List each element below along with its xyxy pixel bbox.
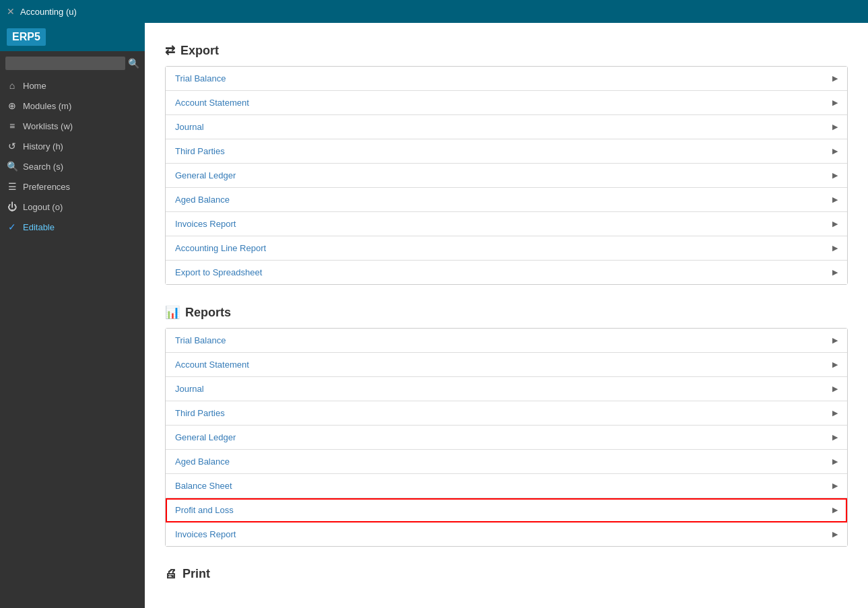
export-row-arrow-0: ▶ bbox=[832, 74, 838, 83]
sidebar-label-editable: Editable bbox=[23, 222, 55, 232]
editable-icon: ✓ bbox=[7, 222, 18, 232]
reports-row-label-0: Trial Balance bbox=[175, 335, 226, 345]
main-layout: ERP5 🔍 ⌂ Home⊕ Modules (m)≡ Worklists (w… bbox=[0, 23, 868, 608]
print-section-heading: 🖨 Print bbox=[165, 567, 848, 581]
search-input[interactable] bbox=[5, 57, 125, 70]
export-row-arrow-8: ▶ bbox=[832, 268, 838, 277]
export-row-arrow-1: ▶ bbox=[832, 98, 838, 107]
logo: ERP5 bbox=[7, 28, 46, 46]
reports-row-8[interactable]: Invoices Report ▶ bbox=[166, 522, 847, 546]
reports-row-2[interactable]: Journal ▶ bbox=[166, 377, 847, 401]
export-row-6[interactable]: Invoices Report ▶ bbox=[166, 212, 847, 236]
reports-row-1[interactable]: Account Statement ▶ bbox=[166, 353, 847, 377]
export-row-arrow-4: ▶ bbox=[832, 171, 838, 180]
sidebar-item-search[interactable]: 🔍 Search (s) bbox=[0, 156, 145, 176]
export-row-4[interactable]: General Ledger ▶ bbox=[166, 164, 847, 188]
reports-row-label-4: General Ledger bbox=[175, 432, 236, 442]
reports-section-heading: 📊 Reports bbox=[165, 305, 848, 320]
sidebar-label-home: Home bbox=[23, 81, 46, 91]
export-row-label-2: Journal bbox=[175, 122, 204, 132]
sidebar-item-home[interactable]: ⌂ Home bbox=[0, 75, 145, 96]
reports-row-arrow-5: ▶ bbox=[832, 457, 838, 466]
reports-row-label-1: Account Statement bbox=[175, 360, 249, 370]
close-tab-button[interactable]: ✕ bbox=[7, 6, 15, 17]
tab-title: Accounting (u) bbox=[20, 7, 77, 17]
export-row-label-5: Aged Balance bbox=[175, 195, 230, 205]
worklists-icon: ≡ bbox=[7, 121, 18, 131]
search-area: 🔍 bbox=[0, 51, 145, 75]
export-icon: ⇄ bbox=[165, 43, 175, 58]
reports-row-label-3: Third Parties bbox=[175, 408, 225, 418]
export-row-label-7: Accounting Line Report bbox=[175, 243, 266, 253]
reports-row-arrow-3: ▶ bbox=[832, 409, 838, 417]
reports-row-arrow-7: ▶ bbox=[832, 506, 838, 514]
export-menu-list: Trial Balance ▶Account Statement ▶Journa… bbox=[165, 66, 848, 285]
reports-row-5[interactable]: Aged Balance ▶ bbox=[166, 450, 847, 474]
reports-row-4[interactable]: General Ledger ▶ bbox=[166, 426, 847, 450]
top-bar: ✕ Accounting (u) bbox=[0, 0, 868, 23]
export-row-arrow-2: ▶ bbox=[832, 123, 838, 131]
logout-icon: ⏻ bbox=[7, 201, 18, 212]
reports-menu-list: Trial Balance ▶Account Statement ▶Journa… bbox=[165, 328, 848, 547]
export-row-arrow-3: ▶ bbox=[832, 147, 838, 156]
history-icon: ↺ bbox=[7, 141, 18, 151]
modules-icon: ⊕ bbox=[7, 100, 18, 111]
reports-row-6[interactable]: Balance Sheet ▶ bbox=[166, 474, 847, 498]
reports-title: Reports bbox=[185, 306, 231, 320]
reports-row-label-6: Balance Sheet bbox=[175, 481, 232, 491]
reports-row-arrow-8: ▶ bbox=[832, 530, 838, 539]
reports-row-arrow-6: ▶ bbox=[832, 481, 838, 490]
export-section-heading: ⇄ Export bbox=[165, 43, 848, 58]
sidebar-item-modules[interactable]: ⊕ Modules (m) bbox=[0, 96, 145, 116]
export-row-label-0: Trial Balance bbox=[175, 73, 226, 83]
reports-row-arrow-4: ▶ bbox=[832, 433, 838, 442]
reports-row-7[interactable]: Profit and Loss ▶ bbox=[166, 498, 847, 522]
print-icon: 🖨 bbox=[165, 567, 177, 581]
sidebar-label-logout: Logout (o) bbox=[23, 202, 63, 212]
preferences-icon: ☰ bbox=[7, 181, 18, 192]
reports-icon: 📊 bbox=[165, 305, 180, 320]
sidebar-label-search: Search (s) bbox=[23, 162, 63, 172]
reports-row-3[interactable]: Third Parties ▶ bbox=[166, 401, 847, 426]
export-row-1[interactable]: Account Statement ▶ bbox=[166, 91, 847, 115]
sidebar-item-history[interactable]: ↺ History (h) bbox=[0, 136, 145, 156]
reports-row-label-7: Profit and Loss bbox=[175, 505, 234, 515]
export-row-arrow-6: ▶ bbox=[832, 219, 838, 228]
sidebar-label-history: History (h) bbox=[23, 141, 63, 151]
export-row-label-4: General Ledger bbox=[175, 170, 236, 180]
sidebar: ERP5 🔍 ⌂ Home⊕ Modules (m)≡ Worklists (w… bbox=[0, 23, 145, 608]
sidebar-item-worklists[interactable]: ≡ Worklists (w) bbox=[0, 116, 145, 136]
export-row-3[interactable]: Third Parties ▶ bbox=[166, 139, 847, 164]
search-button[interactable]: 🔍 bbox=[128, 58, 139, 69]
reports-row-arrow-0: ▶ bbox=[832, 336, 838, 345]
export-row-5[interactable]: Aged Balance ▶ bbox=[166, 188, 847, 212]
reports-row-label-8: Invoices Report bbox=[175, 529, 236, 539]
export-row-label-6: Invoices Report bbox=[175, 219, 236, 229]
home-icon: ⌂ bbox=[7, 80, 18, 91]
export-row-arrow-5: ▶ bbox=[832, 195, 838, 204]
nav-items-container: ⌂ Home⊕ Modules (m)≡ Worklists (w)↺ Hist… bbox=[0, 75, 145, 237]
sidebar-item-logout[interactable]: ⏻ Logout (o) bbox=[0, 197, 145, 217]
sidebar-label-modules: Modules (m) bbox=[23, 101, 71, 111]
sidebar-item-editable[interactable]: ✓ Editable bbox=[0, 217, 145, 237]
logo-area: ERP5 bbox=[0, 23, 145, 51]
export-row-label-1: Account Statement bbox=[175, 98, 249, 108]
export-title: Export bbox=[180, 44, 219, 58]
search-icon: 🔍 bbox=[7, 161, 18, 172]
export-row-label-3: Third Parties bbox=[175, 146, 225, 156]
reports-row-arrow-1: ▶ bbox=[832, 360, 838, 369]
reports-row-0[interactable]: Trial Balance ▶ bbox=[166, 329, 847, 353]
reports-row-arrow-2: ▶ bbox=[832, 384, 838, 393]
export-row-2[interactable]: Journal ▶ bbox=[166, 115, 847, 139]
sidebar-label-worklists: Worklists (w) bbox=[23, 121, 73, 131]
export-row-label-8: Export to Spreadsheet bbox=[175, 267, 262, 277]
export-row-7[interactable]: Accounting Line Report ▶ bbox=[166, 236, 847, 261]
export-row-8[interactable]: Export to Spreadsheet ▶ bbox=[166, 261, 847, 284]
sidebar-item-preferences[interactable]: ☰ Preferences bbox=[0, 176, 145, 197]
reports-row-label-2: Journal bbox=[175, 384, 204, 394]
content-area: ⇄ Export Trial Balance ▶Account Statemen… bbox=[145, 23, 868, 608]
print-title: Print bbox=[182, 567, 210, 581]
sidebar-label-preferences: Preferences bbox=[23, 182, 70, 192]
export-row-arrow-7: ▶ bbox=[832, 244, 838, 252]
export-row-0[interactable]: Trial Balance ▶ bbox=[166, 67, 847, 91]
